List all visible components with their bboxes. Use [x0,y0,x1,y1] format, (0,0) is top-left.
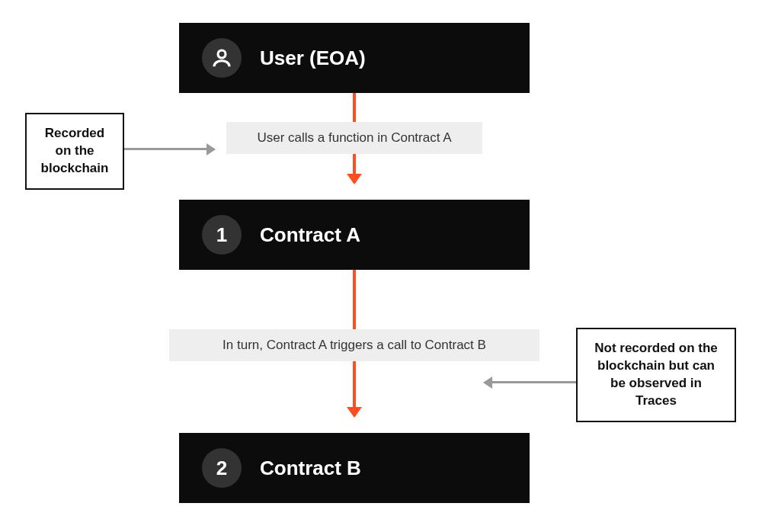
callout-recorded: Recorded on the blockchain [25,113,124,190]
user-icon [210,46,233,69]
user-avatar-circle [202,38,242,78]
note-call-1: User calls a function in Contract A [226,122,482,154]
contract-a-num: 1 [216,223,227,247]
diagram-stage: User (EOA) User calls a function in Cont… [0,0,762,532]
block-user: User (EOA) [179,23,530,93]
block-contract-a-title: Contract A [260,223,360,247]
block-contract-b-title: Contract B [260,457,361,480]
contract-b-num: 2 [216,457,227,480]
callout-not-recorded: Not recorded on the blockchain but can b… [576,328,736,422]
note-call-2: In turn, Contract A triggers a call to C… [169,329,539,361]
contract-b-circle: 2 [202,448,242,488]
block-user-title: User (EOA) [260,46,366,70]
svg-point-0 [218,50,226,58]
arrow-callout-not-recorded [485,381,576,383]
block-contract-b: 2 Contract B [179,433,530,503]
arrow-callout-recorded [124,148,214,150]
contract-a-circle: 1 [202,215,242,255]
block-contract-a: 1 Contract A [179,200,530,270]
